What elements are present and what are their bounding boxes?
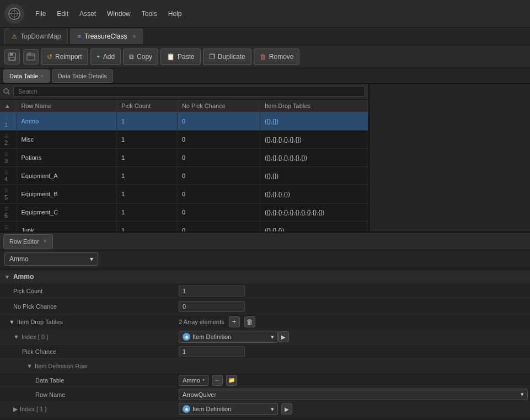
col-nopick[interactable]: No Pick Chance [177,100,260,112]
tab-topdown[interactable]: ⚠ TopDownMap [4,29,68,44]
remove-button[interactable]: 🗑 Remove [254,49,300,65]
row-name-select-arrow: ▾ [521,391,524,398]
menu-edit[interactable]: Edit [52,8,73,20]
item-drop-tables-label: ▼ Item Drop Tables [0,316,176,327]
table-row[interactable]: ⠿ 1 Ammo 1 0 ({},{}) [0,112,368,131]
table-row[interactable]: ⠿ 5 Equipment_B 1 0 ({},{},{},{}) [0,185,368,203]
ammo-section-toggle: ▼ [4,274,10,280]
reimport-label: Reimport [55,53,82,61]
copy-icon: ⧉ [129,53,134,61]
array-count: 2 Array elements [179,319,224,325]
row-nopick: 0 [177,112,260,131]
pick-chance-input[interactable] [179,346,245,357]
app-logo [4,4,24,24]
index0-value-area: ◉ Item Definition ▾ ▶ [176,330,530,344]
col-num: ▲ [0,100,17,112]
index0-item-def-select[interactable]: ◉ Item Definition ▾ [179,331,278,343]
index1-chevron[interactable]: ▶ [281,403,292,414]
copy-button[interactable]: ⧉ Copy [123,49,158,65]
paste-button[interactable]: 📋 Paste [160,49,201,65]
tab-treasure-label: TreasureClass [84,33,127,40]
search-input[interactable] [13,86,365,97]
index1-value-area: ◉ Item Definition ▾ ▶ [176,402,530,416]
row-pickcount: 1 [117,167,178,185]
row-editor-tab[interactable]: Row Editor × [3,234,53,249]
index0-chevron[interactable]: ▶ [278,331,289,342]
table-row[interactable]: ⠿ 3 Potions 1 0 ({},{},{},{},{},{},{}) [0,149,368,167]
row-editor-tab-label: Row Editor [9,238,39,245]
pick-count-row: Pick Count [0,283,530,299]
title-bar: File Edit Asset Window Tools Help [0,0,530,28]
row-name-idr-label: Row Name [0,390,176,400]
data-table-idr-row: Data Table Ammo ▾ ← 📁 [0,373,530,387]
row-name-select[interactable]: ArrowQuiver ▾ [179,389,528,400]
pick-chance-row: Pick Chance [0,344,530,359]
save-button[interactable] [4,49,20,64]
row-num: ⠿ 2 [0,131,17,149]
data-table-browse-btn[interactable]: 📁 [226,375,237,386]
tab-treasure-close[interactable]: × [132,34,136,40]
array-controls: 2 Array elements + 🗑 [176,315,530,329]
index1-item-def-select[interactable]: ◉ Item Definition ▾ [179,403,278,415]
row-name: Potions [17,149,117,167]
add-button[interactable]: + Add [90,49,121,65]
tab-treasure[interactable]: ≡ TreasureClass × [70,29,143,44]
row-num: ⠿ 1 [0,112,17,131]
index0-label: ▼ Index [ 0 ] [0,332,176,342]
menu-asset[interactable]: Asset [75,8,100,20]
table-row[interactable]: ⠿ 4 Equipment_A 1 0 ({},{}) [0,167,368,185]
index1-row: ▶ Index [ 1 ] ◉ Item Definition ▾ ▶ [0,402,530,417]
no-pick-chance-input[interactable] [179,301,245,312]
data-table-idr-label: Data Table [0,375,176,385]
menu-tools[interactable]: Tools [137,8,162,20]
remove-icon: 🗑 [260,53,266,61]
svg-rect-5 [10,53,13,56]
data-table-combo-value: Ammo [183,377,200,384]
table-row[interactable]: ⠿ 7 Junk 1 0 ({},{},{}) [0,222,368,232]
index0-item-def-arrow: ▾ [271,333,274,341]
row-editor-header: Row Editor × [0,233,530,250]
no-pick-chance-value-area [176,300,530,313]
row-nopick: 0 [177,185,260,203]
panel-tab-datatable[interactable]: Data Table × [3,69,50,83]
array-remove-btn[interactable]: 🗑 [244,316,255,327]
item-definition-row-header: ▼ Item Definition Row [0,359,530,373]
paste-icon: 📋 [167,53,175,61]
row-nopick: 0 [177,203,260,222]
col-droptables[interactable]: Item Drop Tables [260,100,368,112]
row-select-arrow: ▾ [90,255,93,263]
main-area: Data Table × Data Table Details [0,68,530,420]
load-button[interactable] [23,49,39,64]
data-table-combo[interactable]: Ammo ▾ [179,375,208,386]
menu-window[interactable]: Window [103,8,135,20]
duplicate-button[interactable]: ❐ Duplicate [203,49,251,65]
ammo-section-header[interactable]: ▼ Ammo [0,271,530,283]
table-row[interactable]: ⠿ 2 Misc 1 0 ({},{},{},{},{},{}) [0,131,368,149]
row-pickcount: 1 [117,222,178,232]
table-row[interactable]: ⠿ 6 Equipment_C 1 0 ({},{},{},{},{},{},{… [0,203,368,222]
row-pickcount: 1 [117,149,178,167]
row-num: ⠿ 7 [0,222,17,232]
pick-count-input[interactable] [179,286,245,297]
row-nopick: 0 [177,167,260,185]
menu-file[interactable]: File [31,8,50,20]
row-select-dropdown[interactable]: Ammo ▾ [4,252,98,266]
reimport-button[interactable]: ↺ Reimport [41,49,88,65]
topdown-icon: ⚠ [12,33,17,40]
col-rowname[interactable]: Row Name [17,100,117,112]
index1-item-def-label: Item Definition [192,406,231,412]
panel-tab-details[interactable]: Data Table Details [52,69,113,83]
row-name-idr-row: Row Name ArrowQuiver ▾ [0,387,530,402]
index0-row: ▼ Index [ 0 ] ◉ Item Definition ▾ ▶ [0,330,530,344]
item-def-icon-0: ◉ [183,333,190,341]
panel-tab-datatable-close[interactable]: × [40,73,43,79]
row-editor-close[interactable]: × [44,238,47,244]
data-table-nav-btn[interactable]: ← [212,375,223,386]
duplicate-icon: ❐ [209,53,215,61]
array-add-btn[interactable]: + [229,316,240,327]
idr-toggle: ▼ [26,363,33,369]
data-table-combo-arrow: ▾ [202,378,205,383]
search-icon [3,88,10,95]
col-pickcount[interactable]: Pick Count [117,100,178,112]
menu-help[interactable]: Help [164,8,186,20]
